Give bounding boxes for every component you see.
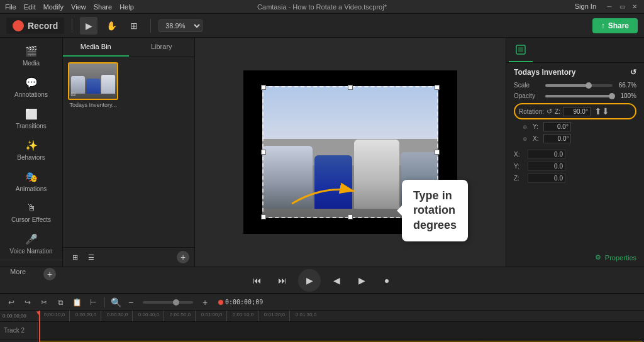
sign-in-btn[interactable]: Sign In: [575, 3, 596, 11]
play-button[interactable]: ▶: [298, 269, 321, 292]
callout-text: Type in rotation degrees: [413, 189, 457, 231]
track-2-content[interactable]: [38, 322, 644, 339]
scale-slider[interactable]: [545, 84, 613, 87]
scale-slider-thumb[interactable]: [586, 82, 592, 89]
zoom-search-btn[interactable]: 🔍: [110, 297, 121, 307]
zoom-select[interactable]: 38.9%: [158, 19, 203, 32]
close-btn[interactable]: ✕: [630, 3, 639, 11]
sidebar-item-transitions[interactable]: ⬜ Transitions: [0, 103, 62, 135]
pos-z-input[interactable]: 0.0: [528, 174, 565, 183]
properties-section: Todays Inventory ↺ Scale 66.7% Opacity: [506, 63, 644, 190]
paste-button[interactable]: 📋: [70, 296, 83, 309]
zoom-slider-thumb[interactable]: [173, 299, 179, 306]
x-rotation-input[interactable]: 0.0°: [543, 134, 571, 143]
x-axis-label: X:: [533, 135, 538, 142]
zoom-in-btn[interactable]: +: [199, 297, 211, 307]
menu-view[interactable]: View: [71, 3, 86, 11]
pos-y-input[interactable]: 0.0: [528, 162, 565, 171]
media-thumb[interactable]: 🖼: [68, 62, 118, 100]
ruler-mark: 0:00:30;0: [101, 311, 132, 321]
pos-x-input[interactable]: 0.0: [528, 150, 565, 159]
sidebar-item-cursor-label: Cursor Effects: [11, 216, 51, 223]
sidebar-item-animations[interactable]: 🎭 Animations: [0, 166, 62, 197]
menu-file[interactable]: File: [5, 3, 16, 11]
svg-rect-2: [518, 47, 523, 52]
sidebar-item-behaviors-label: Behaviors: [17, 154, 45, 161]
callout-bubble: Type in rotation degrees: [402, 180, 468, 241]
timeline: ↩ ↪ ✂ ⧉ 📋 ⊢ 🔍 − + 0:00:00;09 0:00:00;00 …: [0, 293, 644, 342]
redo-button[interactable]: ↪: [21, 296, 34, 309]
main-layout: 🎬 Media 💬 Annotations ⬜ Transitions ✨ Be…: [0, 38, 644, 267]
toolbar-separator-2: [150, 19, 151, 33]
track-2-label: Track 2: [0, 322, 38, 339]
properties-button[interactable]: ⚙ Properties: [506, 248, 644, 267]
tracks: Track 2 Track 1 Todays Inventory: [0, 322, 644, 342]
panel-tab-properties[interactable]: [509, 40, 533, 62]
grid-view-btn[interactable]: ⊞: [68, 250, 82, 264]
sidebar-item-annotations[interactable]: 💬 Annotations: [0, 72, 62, 103]
toolbar: Record ▶ ✋ ⊞ 38.9% ↑ Share: [0, 14, 644, 38]
tl-sep: [104, 297, 105, 307]
rotation-row: Rotation: ↺ Z: 90.0° ⬆⬇: [514, 103, 636, 119]
opacity-slider-fill: [545, 95, 613, 97]
sidebar-item-annotations-label: Annotations: [14, 91, 48, 98]
add-media-button[interactable]: +: [177, 251, 189, 263]
scale-label: Scale: [514, 82, 541, 89]
opacity-slider-thumb[interactable]: [609, 93, 615, 99]
tab-media-bin[interactable]: Media Bin: [63, 38, 129, 57]
minimize-btn[interactable]: ─: [605, 3, 614, 11]
sidebar-item-voice-narration[interactable]: 🎤 Voice Narration: [0, 228, 62, 260]
maximize-btn[interactable]: ▭: [618, 3, 626, 11]
share-button[interactable]: ↑ Share: [592, 18, 638, 33]
menu-share[interactable]: Share: [94, 3, 112, 11]
zoom-out-btn[interactable]: −: [125, 297, 136, 307]
z-rotation-increment[interactable]: ⬆⬇: [594, 106, 609, 116]
ruler-start: 0:00:00;00: [0, 313, 38, 319]
opacity-slider[interactable]: [545, 95, 613, 97]
thumb-icon: 🖼: [70, 92, 75, 97]
track-1-content[interactable]: Todays Inventory: [38, 339, 644, 342]
rewind-button[interactable]: ⏮: [248, 271, 267, 290]
properties-title: Todays Inventory ↺: [514, 68, 636, 77]
z-rotation-input[interactable]: 90.0°: [563, 107, 591, 116]
track-1-row: Track 1 Todays Inventory: [0, 339, 644, 342]
undo-button[interactable]: ↩: [5, 296, 18, 309]
media-thumbnail-item[interactable]: 🖼 Todays Inventory...: [68, 62, 118, 108]
y-rotation-input[interactable]: 0.0°: [543, 122, 571, 131]
reset-icon[interactable]: ↺: [630, 68, 636, 77]
zoom-slider[interactable]: [143, 301, 193, 304]
more-button[interactable]: More: [6, 264, 30, 279]
sidebar-item-animations-label: Animations: [16, 185, 47, 192]
sidebar-item-behaviors[interactable]: ✨ Behaviors: [0, 135, 62, 166]
scale-row: Scale 66.7%: [514, 82, 636, 89]
record-button[interactable]: Record: [6, 18, 64, 34]
rotation-icon[interactable]: ↺: [547, 108, 552, 116]
select-tool-button[interactable]: ▶: [80, 17, 97, 35]
media-icon: 🎬: [25, 45, 38, 57]
menu-help[interactable]: Help: [119, 3, 134, 11]
sidebar-item-media[interactable]: 🎬 Media: [0, 40, 62, 72]
y-rotation-row: ⊕ Y: 0.0°: [514, 122, 636, 131]
cut-button[interactable]: ✂: [38, 296, 50, 309]
sidebar-item-transitions-label: Transitions: [16, 123, 47, 130]
next-frame-button[interactable]: ▶: [352, 271, 371, 290]
menu-modify[interactable]: Modify: [43, 3, 64, 11]
timeline-tracks-container: 0:00:00;00 0:00:10;00:00:20;00:00:30;00:…: [0, 311, 644, 342]
marker-button[interactable]: ●: [377, 271, 396, 290]
ruler-mark: 0:00:40;0: [132, 311, 164, 321]
hand-tool-button[interactable]: ✋: [103, 17, 120, 35]
sidebar-item-cursor-effects[interactable]: 🖱 Cursor Effects: [0, 197, 62, 228]
copy-button[interactable]: ⧉: [54, 296, 67, 309]
step-back-button[interactable]: ⏭: [273, 271, 292, 290]
list-view-btn[interactable]: ☰: [84, 250, 98, 264]
prev-frame-button[interactable]: ◀: [327, 271, 346, 290]
add-sidebar-button[interactable]: +: [43, 268, 56, 280]
menu-edit[interactable]: Edit: [24, 3, 36, 11]
crop-tool-button[interactable]: ⊞: [125, 17, 143, 35]
canvas-area: Type in rotation degrees: [195, 38, 506, 267]
playback-bar: ⏮ ⏭ ▶ ◀ ▶ ●: [0, 267, 644, 293]
tab-library[interactable]: Library: [129, 38, 195, 57]
record-label: Record: [28, 21, 58, 31]
split-button[interactable]: ⊢: [87, 296, 99, 309]
timeline-content: 0:00:00;00 0:00:10;00:00:20;00:00:30;00:…: [0, 311, 644, 342]
